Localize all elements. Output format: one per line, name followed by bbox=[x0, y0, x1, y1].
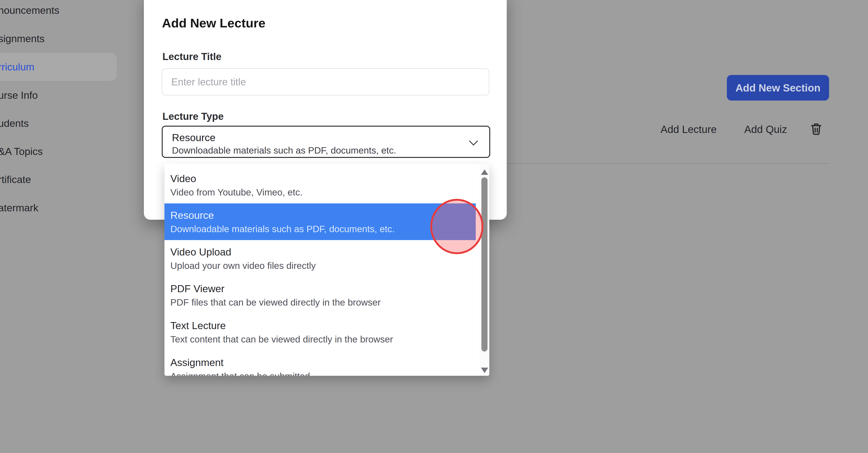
option-video-upload[interactable]: Video Upload Upload your own video files… bbox=[164, 240, 476, 277]
option-description: Upload your own video files directly bbox=[170, 260, 316, 271]
add-new-section-label: Add New Section bbox=[736, 82, 820, 94]
scrollbar-thumb[interactable] bbox=[482, 177, 488, 351]
option-title: Resource bbox=[170, 209, 214, 222]
chevron-down-icon bbox=[470, 138, 477, 146]
sidebar-item-watermark[interactable]: atermark bbox=[0, 202, 38, 214]
sidebar-item-certificate[interactable]: rtificate bbox=[0, 173, 31, 186]
sidebar-item-announcements[interactable]: nouncements bbox=[0, 4, 59, 17]
option-title: Assignment bbox=[170, 357, 223, 369]
lecture-title-input[interactable] bbox=[162, 68, 489, 95]
option-title: PDF Viewer bbox=[170, 283, 224, 295]
option-pdf-viewer[interactable]: PDF Viewer PDF files that can be viewed … bbox=[164, 277, 476, 314]
add-quiz-button[interactable]: Add Quiz bbox=[744, 123, 787, 136]
option-title: Video Upload bbox=[170, 246, 231, 258]
option-video[interactable]: Video Video from Youtube, Vimeo, etc. bbox=[164, 164, 476, 203]
option-description: PDF files that can be viewed directly in… bbox=[170, 297, 381, 308]
sidebar-item-assignments[interactable]: signments bbox=[0, 33, 44, 45]
selected-type-description: Downloadable materials such as PDF, docu… bbox=[172, 145, 396, 156]
lecture-type-dropdown: Video Video from Youtube, Vimeo, etc. Re… bbox=[164, 164, 489, 376]
sidebar-item-qa-topics[interactable]: &A Topics bbox=[0, 145, 43, 158]
option-description: Assignment that can be submitted bbox=[170, 371, 310, 376]
arrow-up-icon[interactable] bbox=[481, 169, 488, 175]
lecture-type-select[interactable]: Resource Downloadable materials such as … bbox=[162, 126, 490, 158]
delete-section-button[interactable] bbox=[809, 122, 824, 136]
section-card-divider bbox=[498, 163, 829, 164]
sidebar-item-students[interactable]: udents bbox=[0, 117, 29, 130]
option-text-lecture[interactable]: Text Lecture Text content that can be vi… bbox=[164, 314, 476, 350]
modal-title: Add New Lecture bbox=[162, 16, 266, 30]
lecture-type-label: Lecture Type bbox=[162, 111, 224, 122]
option-description: Text content that can be viewed directly… bbox=[170, 334, 393, 345]
add-lecture-button[interactable]: Add Lecture bbox=[660, 123, 717, 136]
lecture-title-label: Lecture Title bbox=[162, 51, 221, 62]
option-title: Text Lecture bbox=[170, 319, 226, 332]
option-assignment[interactable]: Assignment Assignment that can be submit… bbox=[164, 350, 476, 376]
dropdown-scrollbar[interactable] bbox=[479, 164, 489, 376]
trash-icon bbox=[809, 122, 824, 136]
sidebar-item-curriculum[interactable]: rriculum bbox=[0, 61, 34, 73]
add-new-section-button[interactable]: Add New Section bbox=[727, 75, 829, 101]
sidebar-item-course-info[interactable]: urse Info bbox=[0, 89, 38, 102]
option-title: Video bbox=[170, 173, 196, 185]
arrow-down-icon[interactable] bbox=[481, 368, 488, 373]
selected-type-title: Resource bbox=[172, 132, 216, 144]
option-description: Downloadable materials such as PDF, docu… bbox=[170, 223, 395, 235]
option-description: Video from Youtube, Vimeo, etc. bbox=[170, 187, 303, 198]
option-resource[interactable]: Resource Downloadable materials such as … bbox=[164, 203, 476, 240]
